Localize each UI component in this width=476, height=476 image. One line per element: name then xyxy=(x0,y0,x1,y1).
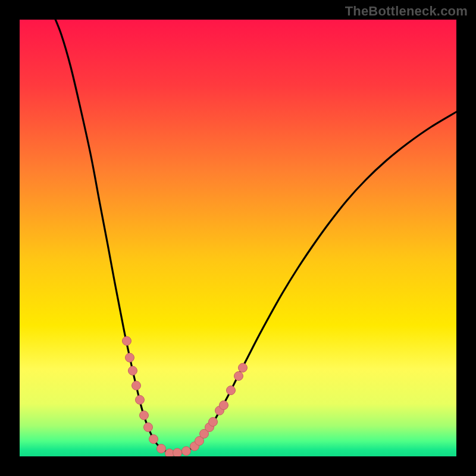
highlight-dot xyxy=(144,423,153,432)
bottleneck-curve xyxy=(53,20,456,453)
chart-canvas xyxy=(20,20,456,456)
highlight-dot xyxy=(123,337,131,346)
highlight-dot xyxy=(182,447,191,456)
chart-frame: TheBottleneck.com xyxy=(0,0,476,476)
highlight-dot xyxy=(220,401,228,410)
highlight-dot xyxy=(209,418,218,427)
highlight-dot xyxy=(173,449,182,457)
watermark-text: TheBottleneck.com xyxy=(345,4,468,19)
highlight-dot xyxy=(149,435,158,444)
highlight-dot xyxy=(227,386,236,395)
highlight-dot xyxy=(157,444,166,453)
highlight-dot xyxy=(239,364,248,372)
highlight-dot xyxy=(132,381,141,390)
highlight-dot xyxy=(136,396,145,405)
highlight-dot xyxy=(234,372,243,381)
plot-area xyxy=(20,20,456,456)
highlight-dot xyxy=(129,367,137,375)
highlight-dot xyxy=(126,353,134,362)
highlight-dot xyxy=(140,411,149,420)
